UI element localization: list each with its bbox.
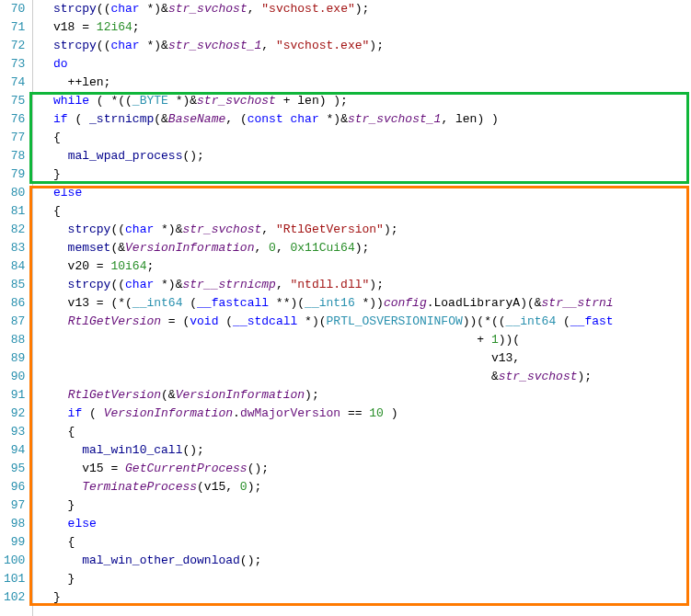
- code-line[interactable]: }: [33, 496, 691, 515]
- code-line[interactable]: v13 = (*(__int64 (__fastcall **)(__int16…: [33, 294, 691, 313]
- code-line[interactable]: mal_wpad_process();: [33, 147, 691, 165]
- token: str__strnicmp: [182, 278, 275, 291]
- line-number: 93: [4, 423, 25, 441]
- token: void: [190, 314, 218, 328]
- token: ;: [146, 259, 154, 273]
- code-line[interactable]: }: [33, 588, 691, 607]
- token: (: [68, 112, 89, 126]
- token: (: [82, 406, 103, 420]
- code-body[interactable]: strcpy((char *)&str_svchost, "svchost.ex…: [33, 0, 691, 616]
- code-line[interactable]: }: [33, 165, 691, 184]
- token: }: [39, 498, 75, 512]
- token: );: [355, 2, 370, 16]
- code-line[interactable]: RtlGetVersion(&VersionInformation);: [33, 386, 691, 405]
- token: strcpy: [39, 2, 96, 16]
- token: (&: [154, 112, 168, 126]
- code-line[interactable]: strcpy((char *)&str_svchost_1, "svchost.…: [33, 37, 691, 55]
- token: );: [248, 480, 262, 494]
- token: str_svchost_1: [348, 112, 441, 126]
- line-number: 90: [4, 368, 25, 386]
- token: _strnicmp: [89, 112, 154, 126]
- token: );: [305, 388, 319, 402]
- code-line[interactable]: mal_win_other_download();: [33, 552, 691, 570]
- token: mal_win10_call: [82, 443, 182, 457]
- code-line[interactable]: }: [33, 570, 691, 588]
- token: [283, 112, 291, 126]
- token: 0: [269, 241, 276, 255]
- code-line[interactable]: {: [33, 129, 691, 147]
- code-line[interactable]: v18 = 12i64;: [33, 18, 691, 37]
- code-line[interactable]: {: [33, 423, 691, 441]
- token: *)(: [297, 314, 326, 328]
- line-number: 81: [4, 202, 25, 221]
- code-line[interactable]: if ( _strnicmp(&BaseName, (const char *)…: [33, 110, 691, 129]
- code-line[interactable]: do: [33, 55, 691, 74]
- token: );: [355, 241, 370, 255]
- token: [39, 480, 82, 494]
- code-line[interactable]: memset(&VersionInformation, 0, 0x11Cui64…: [33, 239, 691, 257]
- token: v20 =: [39, 259, 110, 273]
- token: .LoadLibraryA: [427, 296, 520, 310]
- line-number: 77: [4, 129, 25, 147]
- token: RtlGetVersion: [68, 388, 161, 402]
- token: "svchost.exe": [276, 39, 369, 52]
- token: config: [384, 296, 427, 310]
- token: );: [369, 278, 384, 291]
- token: strcpy: [39, 278, 110, 291]
- token: mal_wpad_process: [68, 149, 183, 163]
- code-line[interactable]: v20 = 10i64;: [33, 257, 691, 276]
- token: {: [39, 204, 60, 218]
- code-line[interactable]: TerminateProcess(v15, 0);: [33, 478, 691, 496]
- token: do: [39, 57, 67, 71]
- token: ,: [261, 39, 276, 52]
- token: &: [39, 370, 498, 383]
- code-line[interactable]: ++len;: [33, 74, 691, 92]
- line-number: 75: [4, 92, 25, 110]
- token: BaseName: [168, 112, 225, 126]
- line-number: 83: [4, 239, 25, 257]
- token: , len) ): [441, 112, 498, 126]
- line-number: 82: [4, 221, 25, 239]
- token: PRTL_OSVERSIONINFOW: [327, 314, 463, 328]
- token: );: [578, 370, 593, 383]
- token: VersionInformation: [176, 388, 305, 402]
- token: {: [39, 425, 75, 439]
- code-line[interactable]: else: [33, 515, 691, 533]
- token: );: [369, 39, 384, 52]
- code-line[interactable]: while ( *((_BYTE *)&str_svchost + len) )…: [33, 92, 691, 110]
- token: "ntdll.dll": [291, 278, 370, 291]
- token: VersionInformation: [125, 241, 254, 255]
- code-line[interactable]: strcpy((char *)&str_svchost, "svchost.ex…: [33, 0, 691, 18]
- line-number: 86: [4, 294, 25, 313]
- token: char: [291, 112, 319, 126]
- code-line[interactable]: strcpy((char *)&str__strnicmp, "ntdll.dl…: [33, 276, 691, 294]
- code-line[interactable]: else: [33, 184, 691, 202]
- code-line[interactable]: strcpy((char *)&str_svchost, "RtlGetVers…: [33, 221, 691, 239]
- code-line[interactable]: {: [33, 533, 691, 552]
- token: (&: [161, 388, 176, 402]
- token: [39, 553, 82, 567]
- code-line[interactable]: + 1))(: [33, 331, 691, 349]
- line-number: 74: [4, 74, 25, 92]
- token: char: [110, 2, 139, 16]
- token: if: [39, 112, 67, 126]
- token: *)&: [154, 222, 182, 236]
- code-line[interactable]: RtlGetVersion = (void (__stdcall *)(PRTL…: [33, 313, 691, 331]
- token: (: [182, 296, 197, 310]
- code-line[interactable]: {: [33, 202, 691, 221]
- token: *)&: [319, 112, 348, 126]
- token: **)(: [269, 296, 305, 310]
- line-number: 88: [4, 331, 25, 349]
- code-line[interactable]: &str_svchost);: [33, 368, 691, 386]
- token: __fastcall: [197, 296, 269, 310]
- token: (: [556, 314, 570, 328]
- code-line[interactable]: mal_win10_call();: [33, 441, 691, 460]
- token: );: [384, 222, 398, 236]
- code-line[interactable]: v13,: [33, 349, 691, 368]
- code-line[interactable]: v15 = GetCurrentProcess();: [33, 460, 691, 478]
- token: const: [248, 112, 283, 126]
- token: VersionInformation: [104, 406, 233, 420]
- code-line[interactable]: if ( VersionInformation.dwMajorVersion =…: [33, 405, 691, 423]
- token: *)&: [140, 39, 168, 52]
- token: ,: [254, 241, 269, 255]
